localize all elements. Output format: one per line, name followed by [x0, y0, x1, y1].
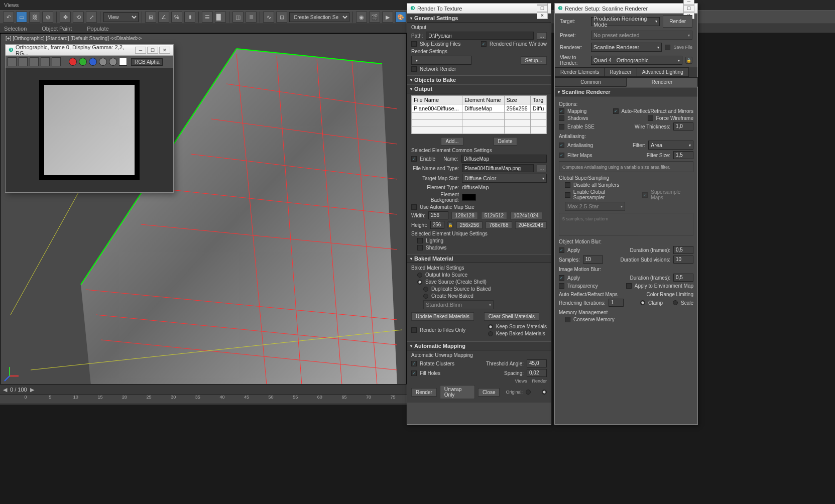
maximize-icon[interactable]: ☐: [537, 5, 548, 12]
delete-element-button[interactable]: Delete: [494, 137, 517, 146]
size-128-button[interactable]: 128x128: [451, 212, 478, 219]
unwrap-only-button[interactable]: Unwrap Only: [440, 385, 475, 399]
tab-raytracer[interactable]: Raytracer: [604, 67, 637, 77]
channel-alpha-icon[interactable]: [99, 58, 107, 66]
create-new-baked-radio[interactable]: [423, 294, 428, 299]
shadows-checkbox[interactable]: [417, 245, 423, 250]
element-name-input[interactable]: [461, 155, 547, 163]
width-spinner[interactable]: 256: [428, 211, 448, 219]
original-views-radio[interactable]: [526, 390, 531, 395]
clear-icon[interactable]: [52, 57, 61, 66]
keep-baked-radio[interactable]: [488, 331, 493, 336]
tool-undo-icon[interactable]: ↶: [3, 12, 14, 23]
timeline-ruler[interactable]: 0 5 10 15 20 25 30 35 40 45 50 55 60 65 …: [0, 394, 407, 403]
render-iterations-spinner[interactable]: 1: [609, 299, 624, 307]
tool-move-icon[interactable]: ✥: [60, 12, 71, 23]
tool-snap-icon[interactable]: ⊞: [145, 12, 156, 23]
close-icon[interactable]: ✕: [159, 47, 170, 54]
save-source-radio[interactable]: [417, 280, 422, 285]
tab-advanced-lighting[interactable]: Advanced Lighting: [637, 67, 689, 77]
tool-scale-icon[interactable]: ⤢: [86, 12, 97, 23]
tool-curve-editor-icon[interactable]: ∿: [263, 12, 274, 23]
force-wireframe-checkbox[interactable]: [648, 115, 653, 121]
view-lock-icon[interactable]: 🔒: [685, 57, 692, 64]
close-icon[interactable]: ✕: [537, 12, 548, 19]
size-512-button[interactable]: 512x512: [481, 212, 507, 219]
rtt-auto-mapping-header[interactable]: Automatic Mapping: [407, 341, 551, 350]
clamp-radio[interactable]: [640, 300, 645, 305]
ribbon-populate[interactable]: Populate: [87, 26, 108, 32]
omb-subdiv-spinner[interactable]: 10: [673, 256, 693, 264]
rendered-frame-window-checkbox[interactable]: [481, 41, 487, 47]
table-row[interactable]: Plane004Diffuse...DiffuseMap256x256Diffu: [412, 104, 547, 113]
menu-views[interactable]: Views: [4, 2, 19, 8]
size-256-button[interactable]: 256x256: [456, 221, 483, 229]
height-spinner[interactable]: 256: [430, 221, 444, 229]
omb-apply-checkbox[interactable]: [559, 247, 564, 253]
mapping-checkbox[interactable]: [559, 108, 564, 114]
close-button[interactable]: Close: [478, 388, 500, 397]
channel-green-icon[interactable]: [79, 58, 87, 66]
tool-render-setup-icon[interactable]: 🎬: [369, 12, 380, 23]
coord-system-dropdown[interactable]: View: [103, 12, 139, 22]
enable-gss-checkbox[interactable]: [565, 192, 570, 198]
antialiasing-checkbox[interactable]: [559, 143, 564, 148]
auto-reflect-checkbox[interactable]: [613, 108, 619, 114]
channel-blue-icon[interactable]: [89, 58, 97, 66]
tool-angle-snap-icon[interactable]: ∠: [158, 12, 169, 23]
filter-maps-checkbox[interactable]: [559, 153, 564, 158]
clear-shell-button[interactable]: Clear Shell Materials: [484, 312, 539, 321]
channel-mono-icon[interactable]: [109, 58, 117, 66]
original-render-radio[interactable]: [542, 390, 547, 395]
imb-apply-checkbox[interactable]: [559, 275, 564, 281]
keep-source-radio[interactable]: [488, 324, 493, 329]
tool-named-sel-icon[interactable]: ☰: [202, 12, 213, 23]
filename-type-input[interactable]: [462, 164, 534, 172]
setup-button[interactable]: Setup...: [521, 56, 547, 65]
minimize-icon[interactable]: ─: [135, 47, 146, 54]
size-1024-button[interactable]: 1024x1024: [510, 212, 542, 219]
timeline-prev-icon[interactable]: ◀: [3, 387, 7, 393]
output-into-source-radio[interactable]: [417, 273, 422, 278]
size-lock-icon[interactable]: 🔒: [447, 221, 453, 228]
target-dropdown[interactable]: Production Rendering Mode: [591, 17, 660, 26]
ribbon-object-paint[interactable]: Object Paint: [42, 26, 72, 32]
tool-spinner-snap-icon[interactable]: ⬍: [184, 12, 195, 23]
element-bg-swatch[interactable]: [462, 194, 476, 201]
size-2048-button[interactable]: 2048x2048: [515, 221, 547, 229]
rtt-general-settings-header[interactable]: General Settings: [407, 14, 551, 23]
tool-rotate-icon[interactable]: ⟲: [73, 12, 84, 23]
enable-element-checkbox[interactable]: [411, 156, 417, 162]
tool-render-icon[interactable]: 🎨: [395, 12, 406, 23]
rotate-clusters-checkbox[interactable]: [411, 361, 417, 366]
tool-align-icon[interactable]: ◫: [232, 12, 244, 23]
save-file-checkbox[interactable]: [665, 45, 670, 50]
render-settings-dropdown[interactable]: [411, 56, 471, 65]
rtt-objects-to-bake-header[interactable]: Objects to Bake: [407, 75, 551, 84]
preset-dropdown[interactable]: No preset selected: [591, 31, 692, 40]
scanline-renderer-header[interactable]: Scanline Renderer: [555, 87, 697, 96]
apply-env-checkbox[interactable]: [626, 283, 632, 289]
render-main-button[interactable]: Render: [663, 15, 692, 28]
tool-mirror-icon[interactable]: ▉▏: [215, 12, 226, 23]
omb-samples-spinner[interactable]: 10: [583, 256, 603, 264]
rtt-baked-material-header[interactable]: Baked Material: [407, 254, 551, 263]
timeline-next-icon[interactable]: ▶: [30, 387, 34, 393]
scale-radio[interactable]: [673, 300, 678, 305]
channel-toggle-icon[interactable]: [119, 58, 127, 66]
transparency-checkbox[interactable]: [559, 283, 564, 289]
target-map-slot-dropdown[interactable]: Diffuse Color: [462, 174, 547, 183]
network-render-checkbox[interactable]: [411, 66, 417, 72]
wire-thickness-spinner[interactable]: 1,0: [673, 122, 693, 131]
disable-samplers-checkbox[interactable]: [565, 182, 570, 188]
clone-icon[interactable]: [30, 57, 39, 66]
copy-image-icon[interactable]: [19, 57, 28, 66]
rtt-titlebar[interactable]: ❸ Render To Texture ─☐✕: [407, 4, 551, 14]
minimize-icon[interactable]: ─: [683, 0, 694, 5]
omb-duration-spinner[interactable]: 0,5: [673, 246, 693, 254]
timeline[interactable]: ◀ 0 / 100 ▶ 0 5 10 15 20 25 30 35 40 45 …: [0, 385, 407, 405]
shadows-checkbox[interactable]: [559, 115, 564, 121]
spacing-spinner[interactable]: 0,02: [527, 369, 547, 377]
render-button[interactable]: Render: [411, 388, 437, 397]
rtt-output-header[interactable]: Output: [407, 84, 551, 93]
